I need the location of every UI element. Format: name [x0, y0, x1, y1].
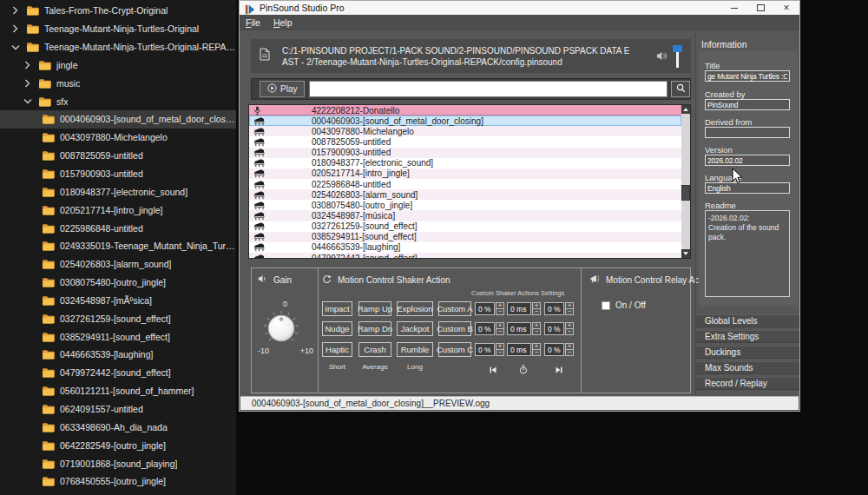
sound-list-row[interactable]: 0180948377-[electronic_sound]	[249, 158, 681, 168]
explorer-folder-row[interactable]: 0446663539-[laughing]	[0, 346, 236, 364]
accordion-section-header[interactable]: Record / Replay	[696, 377, 799, 390]
expand-chevron-icon[interactable]	[23, 96, 32, 106]
accordion-section-header[interactable]: Duckings	[696, 346, 799, 359]
scroll-down-button[interactable]	[681, 249, 690, 258]
shaker-duration-field[interactable]: 0 ms	[507, 322, 531, 335]
spinner-buttons[interactable]: +−	[532, 343, 541, 356]
decrement-icon[interactable]: −	[496, 308, 504, 315]
explorer-folder-row[interactable]: Tales-From-The-Crypt-Original	[0, 2, 236, 20]
maximize-button[interactable]	[747, 1, 773, 15]
explorer-folder-row[interactable]: 0180948377-[electronic_sound]	[0, 182, 236, 201]
spinner-buttons[interactable]: +−	[496, 322, 504, 335]
explorer-folder-row[interactable]: 0225986848-untitled	[0, 219, 236, 237]
expand-chevron-icon[interactable]	[23, 60, 32, 69]
expand-chevron-icon[interactable]	[23, 78, 32, 88]
custom-b-button[interactable]: Custom B	[438, 321, 471, 336]
version-field[interactable]	[705, 155, 790, 166]
volume-slider-handle[interactable]	[673, 45, 682, 52]
sound-list-row[interactable]: 4222208212-Donatello	[249, 105, 681, 116]
volume-slider[interactable]	[673, 45, 682, 68]
accordion-section-header[interactable]: Extra Settings	[696, 330, 799, 343]
sound-list-row[interactable]: 0327261259-[sound_effect]	[249, 221, 681, 232]
expand-chevron-icon[interactable]	[10, 6, 20, 16]
explorer-folder-row[interactable]: 0157900903-untitled	[0, 165, 236, 183]
play-button[interactable]: Play	[260, 81, 305, 97]
ramp-dn-button[interactable]: Ramp Dn	[358, 321, 391, 336]
title-bar[interactable]: PinSound Studio Pro ×	[240, 1, 799, 15]
jackpot-button[interactable]: Jackpot	[397, 321, 433, 336]
explorer-folder-row[interactable]: Teenage-Mutant-Ninja-Turtles-Original	[0, 20, 236, 38]
decrement-icon[interactable]: −	[532, 349, 541, 356]
shaker-end-field[interactable]: 0 %	[544, 322, 564, 335]
explorer-folder-row[interactable]: 0719001868-[sound_playing]	[0, 454, 236, 472]
explorer-folder-row[interactable]: 0004060903-[sound_of_metal_door_closing]	[0, 110, 236, 129]
readme-textarea[interactable]: -2026.02.02: Creation of the sound pack.	[705, 210, 790, 297]
language-field[interactable]	[705, 182, 790, 194]
rumble-button[interactable]: Rumble	[397, 342, 433, 357]
decrement-icon[interactable]: −	[532, 308, 541, 315]
sound-list-row[interactable]: 0446663539-[laughing]	[249, 242, 681, 253]
spinner-buttons[interactable]: +−	[496, 302, 504, 315]
custom-a-button[interactable]: Custom A	[438, 301, 471, 316]
explorer-folder-row[interactable]: music	[0, 74, 236, 92]
impact-button[interactable]: Impact	[322, 301, 352, 316]
sound-list-row[interactable]: 0308075480-[outro_jingle]	[249, 200, 681, 210]
explorer-folder-row[interactable]: sfx	[0, 92, 236, 110]
checkbox-icon[interactable]	[602, 301, 610, 310]
gain-knob[interactable]	[263, 310, 299, 350]
sound-list-row[interactable]: 0324548987-[música]	[249, 210, 681, 221]
accordion-section-header[interactable]: Max Sounds	[696, 361, 799, 374]
decrement-icon[interactable]: −	[496, 349, 504, 356]
shaker-duration-field[interactable]: 0 ms	[507, 302, 531, 315]
shaker-duration-field[interactable]: 0 ms	[507, 343, 531, 356]
menu-file[interactable]: File	[246, 17, 260, 28]
expand-chevron-icon[interactable]	[10, 43, 20, 52]
expand-chevron-icon[interactable]	[10, 24, 20, 34]
haptic-button[interactable]: Haptic	[322, 342, 352, 357]
explorer-folder-row[interactable]: 0254026803-[alarm_sound]	[0, 255, 236, 274]
explorer-folder-row[interactable]: 0768450555-[outro_jingle]	[0, 472, 236, 491]
decrement-icon[interactable]: −	[565, 308, 574, 315]
close-button[interactable]: ×	[773, 1, 799, 15]
shaker-end-field[interactable]: 0 %	[544, 343, 564, 356]
shaker-strength-field[interactable]: 0 %	[475, 302, 495, 315]
explorer-folder-row[interactable]: 0308075480-[outro_jingle]	[0, 274, 236, 292]
explorer-folder-row[interactable]: Teenage-Mutant-Ninja-Turtles-Original-RE…	[0, 38, 236, 56]
sound-list-row[interactable]: 0385294911-[sound_effect]	[249, 232, 681, 242]
derived-from-field[interactable]	[705, 127, 790, 138]
crash-button[interactable]: Crash	[358, 342, 391, 357]
spinner-buttons[interactable]: +−	[565, 343, 574, 356]
explorer-folder-row[interactable]: 0043097880-Michelangelo	[0, 129, 236, 147]
sound-list-row[interactable]: 0043097880-Michelangelo	[249, 126, 681, 136]
explorer-folder-row[interactable]: 0327261259-[sound_effect]	[0, 309, 236, 327]
shaker-strength-field[interactable]: 0 %	[475, 322, 495, 335]
spinner-buttons[interactable]: +−	[532, 302, 541, 315]
relay-on-off-toggle[interactable]: On / Off	[602, 300, 646, 310]
shaker-end-field[interactable]: 0 %	[544, 302, 564, 315]
explorer-folder-row[interactable]: 0560121211-[sound_of_hammer]	[0, 382, 236, 400]
explorer-folder-row[interactable]: 0642282549-[outro_jingle]	[0, 436, 236, 454]
sound-list-row[interactable]: 0254026803-[alarm_sound]	[249, 189, 681, 200]
spinner-buttons[interactable]: +−	[565, 322, 574, 335]
decrement-icon[interactable]: −	[565, 349, 574, 356]
sound-list-row[interactable]: 0087825059-untitled	[249, 136, 681, 147]
sound-list-row[interactable]: 0479972442-[sound_effect]	[249, 253, 681, 259]
explorer-folder-row[interactable]: 0205217714-[intro_jingle]	[0, 201, 236, 219]
explorer-folder-row[interactable]: 0624091557-untitled	[0, 400, 236, 419]
ramp-up-button[interactable]: Ramp Up	[358, 301, 391, 316]
spinner-buttons[interactable]: +−	[565, 302, 574, 315]
created-by-field[interactable]	[705, 99, 790, 110]
explorer-folder-row[interactable]: 0249335019-Teenage_Mutant_Ninja_Turtles	[0, 237, 236, 255]
scroll-up-button[interactable]	[681, 105, 690, 114]
nudge-button[interactable]: Nudge	[322, 321, 352, 336]
sound-list-row[interactable]: 0157900903-untitled	[249, 148, 681, 158]
sound-list-row[interactable]: 0225986848-untitled	[249, 179, 681, 189]
explosion-button[interactable]: Explosion	[397, 301, 433, 316]
explorer-folder-row[interactable]: 0479972442-[sound_effect]	[0, 364, 236, 382]
explorer-folder-row[interactable]: jingle	[0, 56, 236, 75]
minimize-button[interactable]	[721, 1, 747, 15]
spinner-buttons[interactable]: +−	[496, 343, 504, 356]
explorer-folder-row[interactable]: 0385294911-[sound_effect]	[0, 327, 236, 346]
sound-list-row[interactable]: 0205217714-[intro_jingle]	[249, 168, 681, 179]
title-field[interactable]	[705, 70, 790, 82]
